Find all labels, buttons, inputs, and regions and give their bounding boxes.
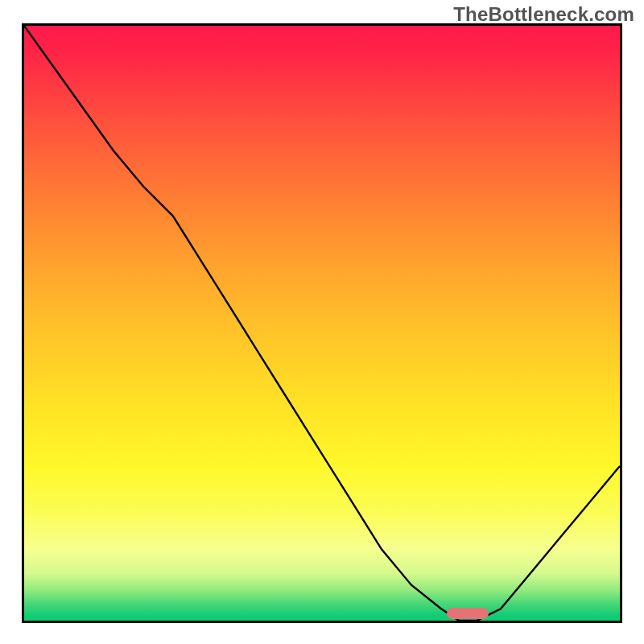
bottleneck-curve (24, 26, 620, 621)
optimal-marker (447, 608, 489, 619)
chart-container: TheBottleneck.com (0, 0, 644, 644)
plot-area (22, 23, 622, 623)
watermark-text: TheBottleneck.com (453, 3, 634, 26)
